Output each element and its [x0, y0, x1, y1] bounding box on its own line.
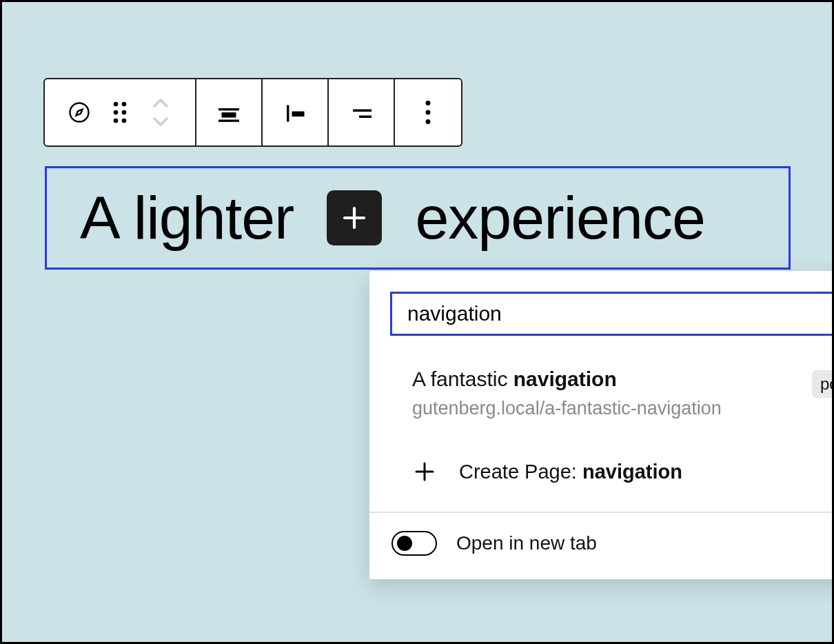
svg-point-2: [122, 102, 127, 107]
svg-point-5: [114, 119, 119, 123]
block-toolbar: [43, 78, 462, 147]
justify-button[interactable]: [263, 79, 329, 145]
svg-rect-13: [359, 116, 372, 118]
orientation-button[interactable]: [329, 79, 395, 145]
editor-canvas: A lighter experience A fantastic navigat…: [0, 0, 834, 644]
align-button[interactable]: [196, 79, 263, 145]
more-options-button[interactable]: [395, 79, 461, 145]
svg-rect-9: [218, 120, 239, 122]
result-type-badge: po: [812, 370, 834, 398]
svg-point-1: [114, 102, 119, 107]
open-new-tab-toggle[interactable]: [391, 531, 437, 556]
result-url: gutenberg.local/a-fantastic-navigation: [412, 398, 812, 419]
svg-point-16: [426, 119, 431, 124]
add-block-button[interactable]: [327, 190, 382, 245]
plus-icon: [340, 203, 369, 232]
more-options-icon: [425, 100, 431, 125]
align-center-icon: [216, 100, 241, 125]
svg-rect-11: [292, 112, 305, 117]
drag-handle-icon[interactable]: [111, 100, 129, 125]
create-page-label: Create Page: navigation: [459, 461, 682, 483]
search-result[interactable]: A fantastic navigation gutenberg.local/a…: [369, 336, 834, 440]
svg-point-3: [114, 110, 119, 115]
svg-rect-8: [222, 112, 236, 118]
result-title: A fantastic navigation: [412, 368, 812, 391]
svg-point-14: [426, 101, 431, 105]
svg-rect-12: [353, 110, 372, 112]
svg-point-0: [70, 103, 89, 122]
open-new-tab-row: Open in new tab: [369, 513, 834, 579]
plus-icon: [412, 459, 437, 484]
toolbar-group-move: [45, 79, 196, 145]
svg-rect-10: [287, 105, 289, 122]
svg-point-6: [122, 119, 127, 123]
move-updown-icon[interactable]: [148, 96, 173, 129]
justify-left-icon: [283, 100, 307, 125]
nav-item[interactable]: A: [80, 183, 120, 253]
svg-point-4: [122, 110, 127, 115]
nav-item[interactable]: experience: [415, 183, 705, 253]
svg-rect-7: [218, 108, 239, 110]
open-new-tab-label: Open in new tab: [456, 532, 597, 554]
svg-point-15: [426, 110, 431, 115]
link-search-input[interactable]: [390, 292, 834, 336]
navigation-block[interactable]: A lighter experience: [45, 166, 791, 270]
navigation-block-icon[interactable]: [67, 100, 92, 125]
nav-item[interactable]: lighter: [134, 183, 294, 253]
create-page-option[interactable]: Create Page: navigation: [369, 440, 834, 512]
link-popover: A fantastic navigation gutenberg.local/a…: [369, 271, 834, 579]
orientation-icon: [349, 100, 374, 125]
